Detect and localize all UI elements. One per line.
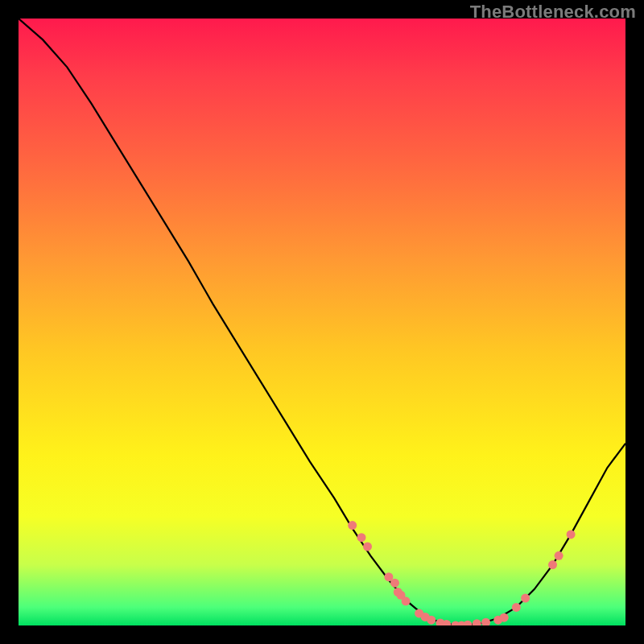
data-point [473,619,481,625]
data-point [402,597,411,605]
data-point [481,618,490,625]
bottleneck-chart [19,19,625,625]
data-point [357,533,366,542]
data-point [500,613,509,622]
data-point [427,616,436,625]
data-markers [348,521,575,625]
data-point [348,521,357,530]
data-point [555,551,564,560]
data-point [512,603,521,612]
data-point [521,594,530,603]
data-point [390,579,399,588]
data-point [548,560,557,569]
bottleneck-curve [19,19,625,625]
watermark-text: TheBottleneck.com [470,2,636,23]
data-point [464,621,473,625]
data-point [567,530,576,539]
data-point [363,543,372,551]
